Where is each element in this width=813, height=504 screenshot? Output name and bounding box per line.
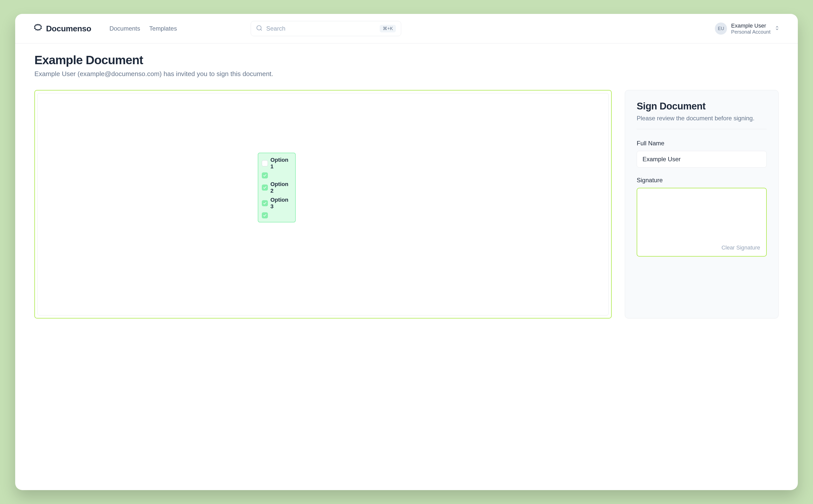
checkbox-option[interactable] [262,172,292,178]
checkbox-option[interactable] [262,212,292,218]
main-area: Option 1Option 2Option 3 Sign Document P… [34,90,779,318]
checkbox-label: Option 2 [271,181,292,194]
search-input[interactable] [266,25,376,32]
content: Example Document Example User (example@d… [15,43,798,490]
checkbox-field[interactable]: Option 1Option 2Option 3 [258,153,296,222]
user-name: Example User [731,22,771,29]
user-menu[interactable]: EU Example User Personal Account [715,22,780,35]
page-title: Example Document [34,53,779,67]
checkbox-unchecked-icon[interactable] [262,160,268,166]
clear-signature-button[interactable]: Clear Signature [722,244,760,251]
checkbox-label: Option 3 [271,197,292,210]
brand-name: Documenso [46,24,91,33]
checkbox-checked-icon[interactable] [262,185,268,191]
sign-panel: Sign Document Please review the document… [625,90,779,318]
app-window: Documenso Documents Templates ⌘+K EU Exa… [15,14,798,490]
sign-panel-title: Sign Document [637,101,767,112]
checkbox-option[interactable]: Option 2 [262,181,292,194]
checkbox-option[interactable]: Option 3 [262,197,292,210]
full-name-group: Full Name [637,140,767,168]
nav-documents[interactable]: Documents [109,25,140,32]
signature-group: Signature Clear Signature [637,177,767,257]
checkbox-checked-icon[interactable] [262,212,268,218]
avatar: EU [715,22,727,35]
document-page[interactable]: Option 1Option 2Option 3 [37,93,608,315]
search-shortcut: ⌘+K [380,25,396,32]
checkbox-checked-icon[interactable] [262,172,268,178]
full-name-label: Full Name [637,140,767,147]
signature-pad[interactable]: Clear Signature [637,188,767,257]
header: Documenso Documents Templates ⌘+K EU Exa… [15,14,798,43]
svg-point-0 [257,26,261,30]
checkbox-checked-icon[interactable] [262,200,268,206]
document-viewer: Option 1Option 2Option 3 [34,90,612,318]
chevron-up-down-icon [775,26,780,32]
page-subtitle: Example User (example@documenso.com) has… [34,70,779,78]
sign-panel-subtitle: Please review the document before signin… [637,115,767,122]
svg-line-1 [261,29,262,31]
search-icon [256,25,263,32]
user-account-type: Personal Account [731,29,771,35]
search-bar[interactable]: ⌘+K [251,21,401,36]
checkbox-option[interactable]: Option 1 [262,157,292,170]
nav-templates[interactable]: Templates [149,25,177,32]
logo-icon [33,24,42,34]
user-info: Example User Personal Account [731,22,771,35]
full-name-input[interactable] [637,151,767,168]
logo[interactable]: Documenso [33,24,91,34]
main-nav: Documents Templates [109,25,177,32]
signature-label: Signature [637,177,767,184]
checkbox-label: Option 1 [271,157,292,170]
